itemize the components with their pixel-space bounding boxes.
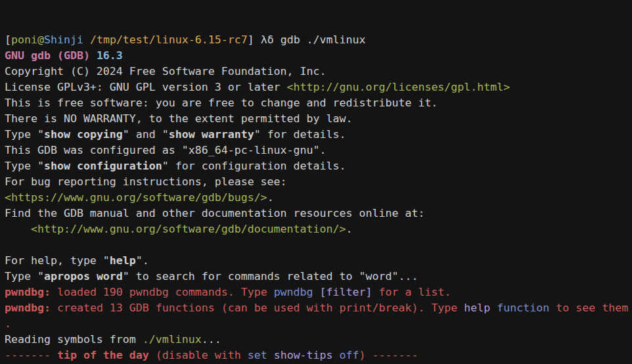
terminal-text-span: ]	[248, 34, 261, 46]
terminal-line	[5, 237, 632, 253]
terminal-text-span	[5, 223, 31, 235]
terminal-text-span: -------	[5, 349, 57, 361]
terminal-text-span: This is free software: you are free to c…	[5, 97, 438, 109]
terminal-text-span: There is NO WARRANTY, to the extent perm…	[5, 112, 353, 125]
terminal-line: This is free software: you are free to c…	[5, 95, 632, 111]
terminal-text-span: <http://www.gnu.org/software/gdb/documen…	[31, 223, 346, 235]
terminal-text-span: ".	[136, 254, 149, 267]
terminal-text-span: created 13 GDB functions (can be used wi…	[57, 302, 464, 314]
terminal-text-span: help	[464, 302, 490, 314]
terminal-text-span: For help, type "	[5, 254, 110, 267]
terminal-text-span: function	[497, 302, 549, 314]
terminal-text-span	[83, 34, 90, 46]
terminal-line: For help, type "help".	[5, 253, 632, 269]
terminal-line: pwndbg: loaded 190 pwndbg commands. Type…	[5, 284, 632, 300]
terminal-line: [poni@Shinji /tmp/test/linux-6.15-rc7] λ…	[5, 32, 632, 48]
terminal-text-span: [	[5, 34, 11, 46]
terminal-line: Reading symbols from ./vmlinux...	[5, 332, 632, 348]
terminal-text-span: GNU gdb (GDB)	[5, 49, 97, 62]
terminal-text-span: loaded 190 pwndbg commands. Type	[57, 286, 274, 298]
terminal-text-span: ...	[202, 333, 221, 346]
terminal[interactable]: [poni@Shinji /tmp/test/linux-6.15-rc7] λ…	[0, 0, 632, 364]
terminal-line: Type "apropos word" to search for comman…	[5, 269, 632, 284]
terminal-text-span: pwndbg:	[5, 302, 57, 314]
terminal-text-span: off	[340, 349, 359, 361]
terminal-text-span: apropos word	[44, 270, 123, 283]
terminal-output: [poni@Shinji /tmp/test/linux-6.15-rc7] λ…	[5, 32, 632, 364]
terminal-text-span: This GDB was configured as "x86_64-pc-li…	[5, 144, 327, 156]
terminal-text-span: Type "	[5, 270, 44, 283]
terminal-text-span: Copyright (C) 2024 Free Software Foundat…	[5, 65, 327, 78]
terminal-text-span: poni	[11, 34, 37, 46]
terminal-text-span: <http://gnu.org/licenses/gpl.html>	[287, 81, 510, 93]
terminal-text-span: pwndbg:	[5, 286, 57, 298]
terminal-text-span: " for details.	[254, 128, 346, 141]
terminal-text-span: gdb ./vmlinux	[274, 34, 366, 46]
terminal-text-span	[313, 286, 320, 298]
terminal-text-span: for a list.	[372, 286, 451, 298]
terminal-text-span: Type "	[5, 160, 44, 172]
terminal-line: .	[5, 316, 632, 332]
terminal-line: <http://www.gnu.org/software/gdb/documen…	[5, 221, 632, 237]
terminal-text-span	[267, 349, 274, 361]
terminal-text-span	[490, 302, 497, 314]
terminal-line: Copyright (C) 2024 Free Software Foundat…	[5, 64, 632, 80]
terminal-text-span: " to search for commands related to "wor…	[123, 270, 418, 283]
terminal-text-span	[333, 349, 340, 361]
terminal-text-span: License GPLv3+: GNU GPL version 3 or lat…	[5, 81, 287, 93]
terminal-text-span: Reading symbols from	[5, 333, 143, 346]
terminal-text-span: For bug reporting instructions, please s…	[5, 175, 287, 188]
terminal-line: This GDB was configured as "x86_64-pc-li…	[5, 143, 632, 158]
terminal-text-span: .	[346, 223, 353, 235]
terminal-line: Type "show configuration" for configurat…	[5, 158, 632, 174]
terminal-text-span: <https://www.gnu.org/software/gdb/bugs/>	[5, 191, 267, 204]
terminal-line: GNU gdb (GDB) 16.3	[5, 48, 632, 64]
terminal-text-span: show-tips	[274, 349, 333, 361]
terminal-text-span: )	[359, 349, 372, 361]
terminal-text-span: " and "	[123, 128, 169, 141]
terminal-text-span: to see them	[549, 302, 628, 314]
terminal-text-span: @	[37, 34, 44, 46]
terminal-text-span: show copying	[44, 128, 123, 141]
terminal-text-span: tip of the day	[57, 349, 149, 361]
terminal-line: Type "show copying" and "show warranty" …	[5, 127, 632, 143]
terminal-text-span: set	[248, 349, 267, 361]
terminal-text-span: show configuration	[44, 160, 162, 172]
terminal-text-span: show warranty	[169, 128, 254, 141]
terminal-line: <https://www.gnu.org/software/gdb/bugs/>…	[5, 190, 632, 206]
terminal-text-span: 16.3	[97, 49, 123, 62]
terminal-text-span: λδ	[261, 34, 274, 46]
terminal-text-span: help	[110, 254, 136, 267]
terminal-line: ------- tip of the day (disable with set…	[5, 348, 632, 363]
terminal-line: There is NO WARRANTY, to the extent perm…	[5, 111, 632, 127]
terminal-text-span: [filter]	[320, 286, 372, 298]
terminal-text-span: Find the GDB manual and other documentat…	[5, 207, 424, 219]
terminal-text-span: " for configuration details.	[162, 160, 346, 172]
terminal-text-span: (disable with	[149, 349, 248, 361]
terminal-text-span: -------	[372, 349, 418, 361]
terminal-text-span: /tmp/test/linux-6.15-rc7	[90, 34, 248, 46]
terminal-text-span: ./vmlinux	[143, 333, 202, 346]
terminal-line: License GPLv3+: GNU GPL version 3 or lat…	[5, 80, 632, 95]
terminal-line: For bug reporting instructions, please s…	[5, 174, 632, 190]
terminal-line: pwndbg: created 13 GDB functions (can be…	[5, 300, 632, 316]
terminal-text-span: Shinji	[44, 34, 83, 46]
terminal-text-span: pwndbg	[274, 286, 313, 298]
terminal-text-span: .	[267, 191, 274, 204]
terminal-text-span: Type "	[5, 128, 44, 141]
terminal-line: Find the GDB manual and other documentat…	[5, 206, 632, 221]
terminal-text-span: .	[5, 317, 11, 330]
